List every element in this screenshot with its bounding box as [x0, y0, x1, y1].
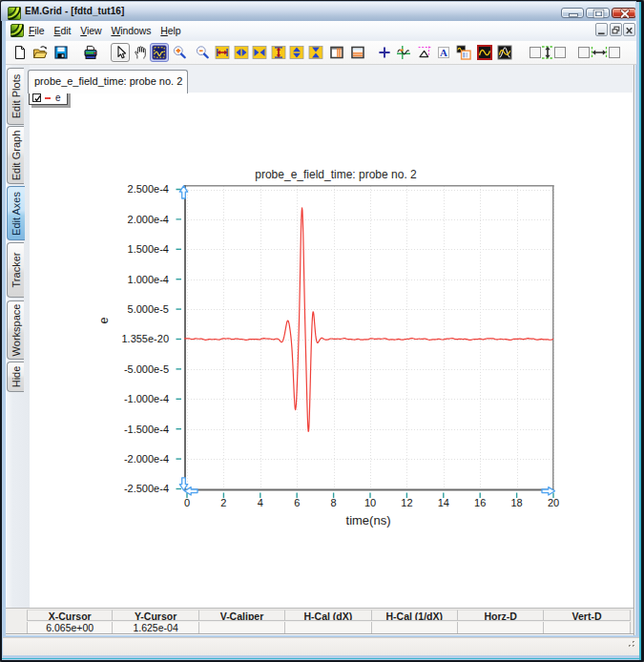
menu-windows[interactable]: Windows — [106, 21, 156, 40]
x-tick-label: 6 — [294, 497, 300, 508]
frame-accent-right — [639, 2, 641, 660]
scale-in-vertical-button[interactable] — [306, 43, 325, 62]
sidebar-tab-tracker[interactable]: Tracker — [7, 242, 24, 298]
x-tick-label: 2 — [220, 497, 226, 508]
menu-edit[interactable]: Edit — [50, 21, 76, 40]
mdi-client-area: Edit PlotsEdit GraphEdit AxesTrackerWork… — [6, 65, 635, 635]
select-cursor-button[interactable] — [111, 43, 130, 62]
y-tick-label: 1.355e-20 — [121, 333, 169, 344]
close-button[interactable] — [612, 8, 636, 18]
check-icon — [33, 94, 42, 103]
readout-value-2 — [199, 622, 285, 633]
resize-grip[interactable] — [625, 635, 636, 652]
print-button[interactable] — [81, 43, 100, 62]
chart-title: probe_e_field_time: probe no. 2 — [255, 168, 417, 181]
document-tab[interactable]: probe_e_field_time: probe no. 2 — [28, 70, 188, 93]
new-plot-button[interactable] — [10, 43, 30, 62]
x-tick-label: 8 — [331, 497, 337, 508]
equal-vertical-spacing-button[interactable] — [529, 43, 567, 62]
sidebar-tab-label: Tracker — [10, 253, 22, 288]
equal-horizontal-spacing-button[interactable] — [577, 43, 621, 62]
menu-help[interactable]: Help — [156, 21, 185, 40]
plot-frame-button[interactable] — [475, 43, 494, 62]
sidebar-tab-strip: Edit PlotsEdit GraphEdit AxesTrackerWork… — [6, 65, 30, 608]
legend-checkbox[interactable] — [32, 93, 41, 102]
toolbar: A — [6, 40, 636, 65]
mdi-restore-button[interactable] — [610, 23, 622, 36]
expand-vertical-button[interactable] — [269, 43, 288, 62]
readout-value-3 — [285, 622, 371, 633]
edit-rows-button[interactable] — [348, 43, 367, 62]
plot-box-axes — [185, 185, 554, 490]
sidebar-tab-edit-graph[interactable]: Edit Graph — [7, 126, 24, 184]
plot-page: e 024681012141618202.500e-42.000e-41.500… — [30, 93, 633, 608]
maximize-button[interactable] — [586, 8, 610, 18]
y-tick-label: -2.500e-4 — [124, 483, 169, 494]
readout-column-horz-d: Horz-D — [458, 610, 544, 621]
x-tick-label: 12 — [401, 497, 412, 508]
title-bar[interactable]: EM.Grid - [fdtd_tut16] — [1, 1, 636, 21]
y-axis-label: e — [97, 317, 111, 323]
open-file-button[interactable] — [31, 43, 50, 62]
sidebar-tab-label: Hide — [10, 366, 22, 388]
legend-line-sample — [45, 97, 51, 99]
sidebar-tab-edit-plots[interactable]: Edit Plots — [7, 68, 24, 125]
edit-columns-button[interactable] — [327, 43, 346, 62]
x-tick-label: 18 — [510, 497, 522, 508]
readout-column-x-cursor: X-Cursor — [27, 610, 113, 621]
tracker-button[interactable] — [394, 43, 413, 62]
document-logo-icon — [10, 24, 24, 37]
cursor-readout-panel: X-CursorY-CursorV-CaliperH-Cal (dX)H-Cal… — [6, 608, 634, 633]
zoom-in-button[interactable] — [170, 43, 189, 62]
readout-column-h-cal-dx-: H-Cal (dX) — [285, 610, 371, 621]
y-tick-label: -5.000e-5 — [124, 363, 169, 375]
readout-header-row: X-CursorY-CursorV-CaliperH-Cal (dX)H-Cal… — [27, 610, 631, 621]
menu-file[interactable]: File — [24, 21, 50, 40]
readout-column-vert-d: Vert-D — [544, 610, 630, 621]
scale-out-horizontal-button[interactable] — [232, 43, 251, 62]
menu-bar: FileEditViewWindowsHelp — [6, 21, 636, 40]
crosshair-button[interactable] — [375, 43, 394, 62]
scale-out-vertical-button[interactable] — [287, 43, 306, 62]
x-axis-label: time(ns) — [346, 513, 391, 528]
window-body: FileEditViewWindowsHelp A Edit PlotsEdit… — [2, 21, 639, 660]
y-tick-label: 5.000e-5 — [128, 303, 169, 315]
sidebar-tab-workspace[interactable]: Workspace — [7, 300, 24, 360]
sidebar-tab-edit-axes[interactable]: Edit Axes — [7, 186, 25, 240]
readout-value-5 — [458, 622, 544, 633]
minimize-button[interactable] — [561, 8, 584, 18]
y-tick-label: 1.000e-4 — [128, 274, 169, 285]
readout-column-h-cal-1-dx-: H-Cal (1/dX) — [372, 610, 458, 621]
y-tick-label: -2.000e-4 — [124, 453, 169, 465]
y-tick-label: 2.500e-4 — [128, 183, 169, 195]
add-text-button[interactable]: A — [434, 43, 453, 62]
mdi-minimize-button[interactable] — [595, 23, 608, 36]
sidebar-tab-label: Workspace — [10, 304, 22, 357]
expand-horizontal-button[interactable] — [213, 43, 232, 62]
caliper-button[interactable] — [415, 43, 434, 62]
readout-value-6 — [544, 622, 630, 633]
readout-column-y-cursor: Y-Cursor — [113, 610, 198, 621]
save-file-button[interactable] — [52, 43, 71, 62]
zoom-out-button[interactable] — [193, 43, 212, 62]
x-tick-label: 20 — [548, 497, 559, 508]
y-tick-label: -1.500e-4 — [124, 424, 169, 435]
sidebar-tab-label: Edit Graph — [10, 130, 22, 180]
sidebar-tab-hide[interactable]: Hide — [7, 362, 24, 392]
plot-chart[interactable]: 024681012141618202.500e-42.000e-41.500e-… — [30, 93, 633, 608]
series-e — [184, 208, 553, 431]
x-tick-label: 10 — [364, 497, 376, 508]
window-title: EM.Grid - [fdtd_tut16] — [25, 1, 124, 21]
pan-button[interactable] — [131, 43, 150, 62]
x-tick-label: 4 — [258, 497, 263, 508]
plot-overlay-button[interactable] — [495, 43, 514, 62]
app-logo-icon — [8, 7, 21, 20]
document-tab-label: probe_e_field_time: probe no. 2 — [29, 71, 187, 87]
sidebar-tab-label: Edit Plots — [10, 74, 22, 118]
copy-plot-data-button[interactable] — [454, 43, 473, 62]
x-tick-label: 0 — [184, 497, 190, 508]
scale-in-horizontal-button[interactable] — [250, 43, 269, 62]
mdi-close-button[interactable] — [623, 23, 635, 36]
zoom-window-button[interactable] — [150, 43, 169, 62]
menu-view[interactable]: View — [75, 21, 106, 40]
